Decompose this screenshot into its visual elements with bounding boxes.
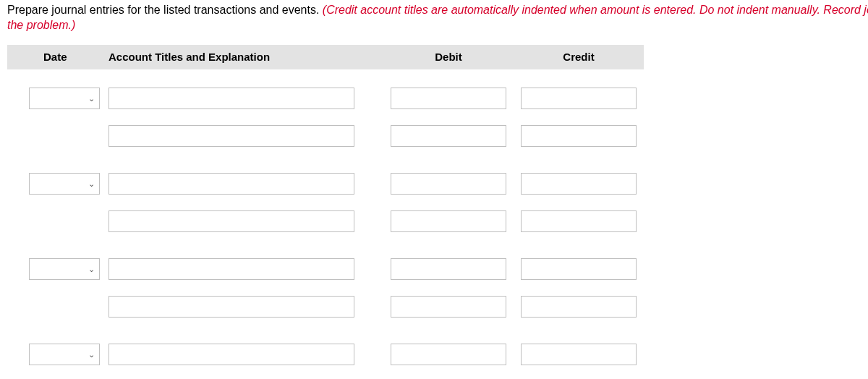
cell-debit	[383, 88, 514, 109]
cell-credit	[514, 344, 644, 365]
cell-titles	[109, 296, 383, 318]
cell-credit	[514, 210, 644, 232]
instructions-part3: the problem.)	[7, 18, 868, 33]
credit-input[interactable]	[521, 258, 637, 280]
debit-input[interactable]	[391, 173, 506, 195]
cell-titles	[109, 173, 383, 195]
cell-titles	[109, 125, 383, 147]
debit-input[interactable]	[391, 296, 506, 318]
account-title-input[interactable]	[109, 344, 354, 365]
credit-input[interactable]	[521, 88, 637, 109]
cell-credit	[514, 296, 644, 318]
table-row	[7, 208, 644, 234]
account-title-input[interactable]	[109, 258, 354, 280]
cell-date	[7, 210, 109, 232]
header-debit: Debit	[383, 51, 514, 63]
table-body: ⌄⌄⌄⌄	[7, 69, 644, 379]
credit-input[interactable]	[521, 296, 637, 318]
chevron-down-icon: ⌄	[88, 265, 95, 273]
header-credit: Credit	[514, 51, 644, 63]
cell-titles	[109, 258, 383, 280]
date-select[interactable]: ⌄	[29, 173, 100, 195]
chevron-down-icon: ⌄	[88, 179, 95, 187]
cell-credit	[514, 173, 644, 195]
header-titles: Account Titles and Explanation	[109, 51, 383, 63]
header-date: Date	[7, 51, 109, 63]
cell-credit	[514, 88, 644, 109]
page-root: Prepare journal entries for the listed t…	[0, 0, 868, 379]
cell-debit	[383, 173, 514, 195]
table-row	[7, 294, 644, 320]
table-row: ⌄	[7, 85, 644, 111]
debit-input[interactable]	[391, 210, 506, 232]
cell-date	[7, 296, 109, 318]
cell-titles	[109, 210, 383, 232]
debit-input[interactable]	[391, 125, 506, 147]
cell-debit	[383, 296, 514, 318]
instructions-part2: (Credit account titles are automatically…	[323, 4, 868, 16]
account-title-input[interactable]	[109, 173, 354, 195]
chevron-down-icon: ⌄	[88, 94, 95, 102]
credit-input[interactable]	[521, 210, 637, 232]
instructions-part1: Prepare journal entries for the listed t…	[7, 4, 323, 16]
cell-titles	[109, 88, 383, 109]
cell-debit	[383, 210, 514, 232]
date-select[interactable]: ⌄	[29, 88, 100, 109]
table-row: ⌄	[7, 341, 644, 367]
table-row: ⌄	[7, 171, 644, 197]
account-title-input[interactable]	[109, 296, 354, 318]
cell-date: ⌄	[7, 258, 109, 280]
account-title-input[interactable]	[109, 125, 354, 147]
date-select[interactable]: ⌄	[29, 258, 100, 280]
cell-date	[7, 125, 109, 147]
cell-credit	[514, 125, 644, 147]
cell-date: ⌄	[7, 173, 109, 195]
debit-input[interactable]	[391, 88, 506, 109]
cell-titles	[109, 344, 383, 365]
cell-debit	[383, 258, 514, 280]
cell-debit	[383, 125, 514, 147]
table-row	[7, 123, 644, 149]
cell-date: ⌄	[7, 344, 109, 365]
debit-input[interactable]	[391, 344, 506, 365]
debit-input[interactable]	[391, 258, 506, 280]
cell-credit	[514, 258, 644, 280]
account-title-input[interactable]	[109, 210, 354, 232]
credit-input[interactable]	[521, 125, 637, 147]
table-header: Date Account Titles and Explanation Debi…	[7, 45, 644, 69]
journal-table: Date Account Titles and Explanation Debi…	[7, 45, 644, 379]
credit-input[interactable]	[521, 173, 637, 195]
instructions-text: Prepare journal entries for the listed t…	[7, 3, 868, 33]
credit-input[interactable]	[521, 344, 637, 365]
cell-debit	[383, 344, 514, 365]
table-row: ⌄	[7, 256, 644, 282]
cell-date: ⌄	[7, 88, 109, 109]
date-select[interactable]: ⌄	[29, 344, 100, 365]
account-title-input[interactable]	[109, 88, 354, 109]
chevron-down-icon: ⌄	[88, 350, 95, 358]
